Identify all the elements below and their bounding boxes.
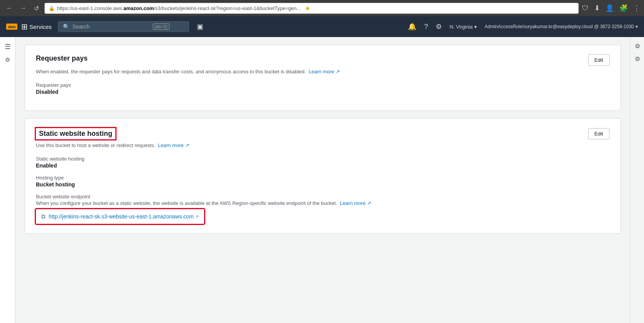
reload-button[interactable]: ↺: [32, 3, 41, 14]
aws-nav: aws ⊞ Services 🔍 [Alt+S] ▣ 🔔 ? ⚙ N. Virg…: [0, 16, 644, 37]
page-layout: ☰ ⚙ Requester pays Edit When enabled, th…: [0, 37, 644, 323]
back-button[interactable]: ←: [4, 3, 15, 13]
settings-icon[interactable]: ⚙: [436, 22, 442, 31]
grid-icon[interactable]: ⊞: [21, 22, 28, 31]
search-shortcut: [Alt+S]: [153, 24, 169, 30]
search-input[interactable]: [73, 24, 150, 30]
right-panel: ⚙ ⚙: [630, 37, 644, 323]
hamburger-icon[interactable]: ☰: [5, 42, 11, 51]
endpoint-info-text: When you configure your bucket as a stat…: [36, 200, 610, 206]
hosting-type-value: Bucket hosting: [36, 181, 610, 188]
hosting-type-label: Hosting type: [36, 175, 610, 181]
profile-icon: 👤: [605, 4, 614, 12]
requester-pays-learn-more[interactable]: Learn more ↗: [309, 69, 340, 74]
endpoint-info-learn-more[interactable]: Learn more ↗: [340, 200, 371, 206]
region-selector[interactable]: N. Virginia ▾: [450, 24, 477, 30]
extension-icon: 🧩: [619, 4, 628, 12]
static-hosting-title-highlight: Static website hosting: [36, 128, 115, 139]
static-hosting-description: Use this bucket to host a website or red…: [36, 142, 610, 148]
hosting-status-label: Static website hosting: [36, 156, 610, 162]
sidebar-toggle: ☰ ⚙: [0, 37, 15, 323]
external-link-icon: ↗: [336, 69, 340, 74]
static-hosting-learn-more[interactable]: Learn more ↗: [158, 142, 189, 148]
account-chevron: ▾: [636, 24, 638, 29]
shield-icon: 🛡: [582, 4, 589, 12]
url-bar[interactable]: 🔒 https://us-east-1.console.aws.amazon.c…: [44, 3, 579, 14]
search-bar[interactable]: 🔍 [Alt+S]: [58, 21, 189, 32]
static-hosting-card-header: Static website hosting Edit: [36, 128, 610, 139]
requester-pays-title: Requester pays: [36, 54, 88, 63]
sidebar-settings-icon[interactable]: ⚙: [5, 56, 10, 63]
static-hosting-edit-button[interactable]: Edit: [588, 128, 610, 139]
bell-icon[interactable]: 🔔: [408, 22, 416, 31]
requester-pays-desc-text: When enabled, the requester pays for req…: [36, 69, 306, 74]
endpoint-url-link[interactable]: http://jenkins-react-sk.s3-website-us-ea…: [49, 213, 199, 220]
account-label: AdminAccessRole/suryakumar.kr@easydeploy…: [485, 24, 634, 29]
browser-chrome: ← → ↺ 🔒 https://us-east-1.console.aws.am…: [0, 0, 644, 16]
right-panel-icon-2[interactable]: ⚙: [635, 55, 640, 63]
forward-button[interactable]: →: [18, 3, 29, 13]
region-label: N. Virginia: [450, 24, 473, 30]
endpoint-url-text: http://jenkins-react-sk.s3-website-us-ea…: [49, 213, 194, 220]
cloudshell-icon[interactable]: ▣: [197, 22, 203, 31]
menu-icon: ⋮: [633, 4, 640, 12]
search-icon: 🔍: [63, 24, 69, 30]
account-menu[interactable]: AdminAccessRole/suryakumar.kr@easydeploy…: [485, 24, 638, 29]
aws-logo[interactable]: aws: [6, 24, 17, 30]
external-link-icon3: ↗: [367, 200, 371, 206]
main-content: Requester pays Edit When enabled, the re…: [15, 37, 630, 323]
endpoint-info-content: When you configure your bucket as a stat…: [36, 200, 337, 206]
download-icon: ⬇: [594, 4, 600, 12]
requester-pays-card: Requester pays Edit When enabled, the re…: [25, 45, 621, 111]
region-chevron: ▾: [474, 24, 477, 30]
static-hosting-title: Static website hosting: [39, 130, 112, 138]
static-hosting-desc-text: Use this bucket to host a website or red…: [36, 142, 155, 148]
requester-pays-description: When enabled, the requester pays for req…: [36, 69, 610, 74]
help-icon[interactable]: ?: [424, 23, 428, 31]
endpoint-external-icon: ↗: [195, 214, 199, 219]
services-nav[interactable]: Services: [29, 24, 52, 30]
aws-logo-box: aws: [6, 24, 17, 30]
external-link-icon2: ↗: [185, 142, 189, 148]
card-header: Requester pays Edit: [36, 54, 610, 66]
url-text: https://us-east-1.console.aws.amazon.com…: [57, 5, 301, 11]
requester-pays-field-value: Disabled: [36, 89, 610, 95]
browser-right-icons: 🛡 ⬇ 👤 🧩 ⋮: [582, 4, 640, 12]
requester-pays-edit-button[interactable]: Edit: [588, 54, 610, 66]
endpoint-url-box: ⧉ http://jenkins-react-sk.s3-website-us-…: [36, 209, 204, 224]
requester-pays-field-label: Requester pays: [36, 82, 610, 88]
hosting-status-value: Enabled: [36, 162, 610, 169]
bookmark-star[interactable]: ★: [305, 5, 310, 12]
endpoint-label: Bucket website endpoint: [36, 194, 610, 200]
right-panel-icon-1[interactable]: ⚙: [635, 42, 640, 50]
copy-icon[interactable]: ⧉: [41, 213, 46, 220]
static-hosting-card: Static website hosting Edit Use this buc…: [25, 118, 621, 233]
